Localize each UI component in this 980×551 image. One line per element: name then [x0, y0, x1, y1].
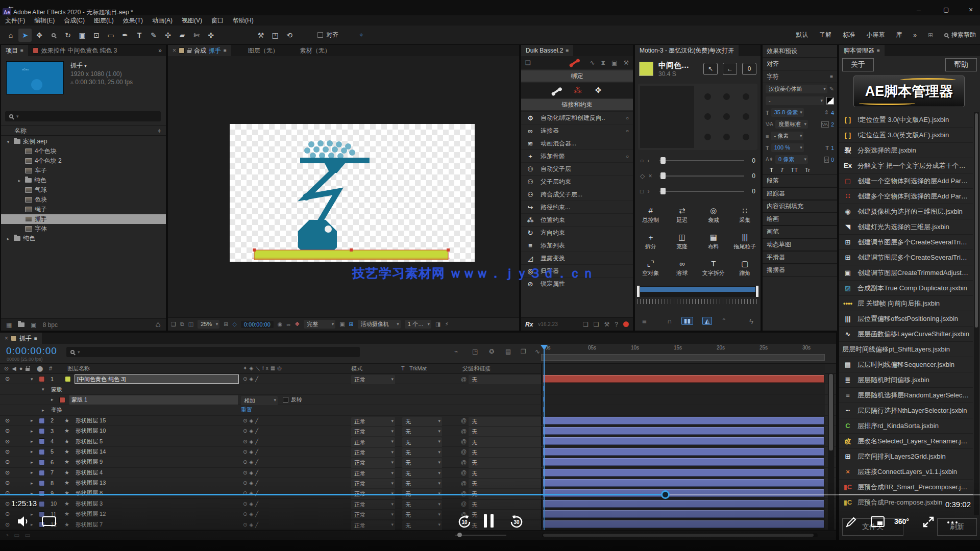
script-item[interactable]: ≡ 层层随机选择层RandomLayerSelector.jsxb	[839, 388, 973, 403]
collapsed-panel[interactable]: 跟踪器	[763, 187, 837, 200]
script-item[interactable]: C 层排序rd_KindaSorta.jsxbin	[839, 418, 973, 434]
expander-icon[interactable]: ▸	[5, 236, 11, 241]
eye-icon[interactable]: ⊙	[5, 478, 10, 488]
rotation-tool-icon[interactable]: ↻	[61, 29, 75, 42]
collapsed-panel[interactable]: 平滑器	[763, 251, 837, 264]
parent-select[interactable]: 无	[469, 479, 545, 489]
blend-mode-select[interactable]: 正常	[351, 417, 395, 427]
tool-options-icon[interactable]: ○	[626, 154, 629, 159]
menu-item[interactable]: 编辑(E)	[34, 16, 55, 25]
panel-effects-presets[interactable]: 效果和预设	[763, 45, 837, 58]
parent-select[interactable]: 无	[469, 458, 545, 468]
slider-track[interactable]	[659, 191, 744, 192]
forward-30-icon[interactable]: 30	[508, 513, 525, 531]
notes-icon[interactable]: ❏	[525, 59, 531, 66]
vertical-scale-select[interactable]: 100 %	[771, 143, 804, 152]
curve-icon[interactable]: ∩	[667, 317, 672, 325]
close-button[interactable]: ×	[969, 6, 973, 14]
faux-bold-button[interactable]: T	[770, 167, 773, 173]
duik-tool[interactable]: ⚇ 跨合成父子层...	[521, 188, 633, 201]
panel-character[interactable]: 字符≡	[763, 70, 837, 83]
layer-name[interactable]: 形状图层 14	[76, 447, 239, 457]
mask-color-chip[interactable]	[59, 397, 65, 403]
expander-icon[interactable]: ▸	[31, 436, 37, 446]
workspace-grid-icon[interactable]: ⊞	[928, 32, 933, 39]
pen-tool-icon[interactable]: ✒	[118, 29, 132, 42]
always-preview-icon[interactable]: ❑	[171, 321, 176, 328]
settings-wrench-icon[interactable]: ⚒	[604, 321, 610, 328]
eye-icon[interactable]: ⊙	[5, 499, 10, 509]
layer-duration-bar[interactable]	[543, 510, 824, 518]
layer-name[interactable]: 形状图层 9	[76, 457, 239, 467]
slider-handle[interactable]	[660, 188, 666, 194]
label-chip[interactable]	[39, 376, 45, 382]
fill-color-swatch[interactable]	[826, 97, 834, 105]
slider-value[interactable]: 0	[748, 188, 755, 195]
project-item[interactable]: 字体	[1, 224, 166, 234]
script-item[interactable]: [ ] !定位位置 3.0(中文版AE).jsxbin	[839, 112, 973, 128]
layer-name[interactable]: 形状图层 8	[76, 488, 239, 498]
graph-in-icon[interactable]: ▮▮	[681, 317, 693, 325]
eye-icon[interactable]: ⊙	[5, 488, 10, 498]
trkmat-select[interactable]: 无	[402, 427, 442, 437]
scrollbar-thumb[interactable]	[829, 374, 833, 450]
duik-tool[interactable]: ⁂ 位置约束	[521, 213, 633, 226]
layer-duration-bar[interactable]	[543, 479, 824, 487]
script-item[interactable]: ▣ 创建调节图层CreateTrimmedAdjustmentLa	[839, 265, 973, 281]
layer-switches[interactable]: ⊙◈╱	[243, 416, 260, 425]
close-tab-icon[interactable]: ×	[173, 47, 176, 54]
maximize-button[interactable]: ▢	[943, 6, 949, 13]
motion-blur-icon[interactable]: ❐	[521, 348, 526, 355]
autorig-icon[interactable]	[553, 87, 560, 94]
motion-tool-button[interactable]: ||| 拖尾粒子	[729, 229, 761, 255]
label-chip[interactable]	[39, 418, 45, 424]
script-item[interactable]: ◥ 创建灯光为选择的三维层.jsxbin	[839, 219, 973, 235]
trkmat-select[interactable]: 无	[402, 500, 442, 510]
label-chip[interactable]	[39, 428, 45, 434]
feedback-icon[interactable]: ❏	[594, 321, 599, 328]
script-item[interactable]: ▢ 创建一个空物体到选择的层Add Parente	[839, 173, 973, 189]
project-item[interactable]: 4个色块	[1, 146, 166, 156]
share-frame-icon[interactable]: ◫	[188, 321, 193, 328]
comment-icon[interactable]: ❏	[583, 321, 589, 328]
eye-icon[interactable]: ⊙	[5, 519, 10, 529]
workspace-tab[interactable]: 库	[896, 31, 902, 39]
viewer-timecode[interactable]: 0:00:00:00	[241, 321, 274, 328]
motion-tool-button[interactable]: ▦ 布料	[698, 229, 729, 255]
graph-editor-icon[interactable]: ∿	[535, 348, 540, 355]
label-chip[interactable]	[39, 501, 45, 507]
layer-switches[interactable]: ⊙◈╱	[243, 457, 260, 467]
pickwhip-icon[interactable]: @	[461, 426, 467, 436]
current-timecode[interactable]: 0:00:00:00	[6, 345, 57, 357]
danmaku-icon[interactable]	[42, 516, 57, 528]
interpret-footage-icon[interactable]: ▦	[6, 321, 12, 329]
pause-button[interactable]	[484, 514, 494, 528]
parent-select[interactable]: 无	[469, 375, 545, 385]
layer-switches[interactable]: ⊙◈╱	[243, 509, 260, 519]
panel-align[interactable]: 对齐	[763, 58, 837, 70]
layer-switches[interactable]: ⊙◈╱	[243, 488, 260, 498]
layer-name[interactable]: 形状图层 15	[76, 416, 239, 425]
duik-tool[interactable]: ≡ 添加列表	[521, 239, 633, 252]
edit-pencil-icon[interactable]	[845, 515, 858, 529]
collapsed-panel[interactable]: 画笔	[763, 226, 837, 238]
layer-duration-bar[interactable]	[543, 417, 824, 424]
script-item[interactable]: [ ] !定位位置 3.0(英文版AE).jsxbin	[839, 128, 973, 143]
primary-viewer-icon[interactable]: ⧉	[180, 321, 184, 328]
workspace-tab[interactable]: 默认	[796, 31, 808, 39]
layer-switches[interactable]: ⊙◈╱	[243, 499, 260, 509]
trkmat-select[interactable]: 无	[402, 520, 442, 530]
blend-mode-select[interactable]: 正常	[351, 375, 395, 385]
slider-track[interactable]	[659, 160, 744, 161]
expander-icon[interactable]: ▾	[42, 384, 48, 394]
pickwhip-icon[interactable]: @	[461, 488, 467, 498]
script-item[interactable]: 层层时间线偏移pt_ShiftLayers.jsxbin	[839, 342, 973, 357]
blend-mode-select[interactable]: 正常	[351, 479, 395, 489]
solid-swatch[interactable]	[65, 376, 71, 382]
collapsed-panel[interactable]: 动态草图	[763, 238, 837, 251]
pickwhip-icon[interactable]: @	[461, 468, 467, 478]
slider-icon[interactable]: ○ ‹	[640, 157, 655, 164]
show-snapshot-icon[interactable]: ∞	[286, 321, 290, 328]
collapsed-panel[interactable]: 绘画	[763, 213, 837, 226]
mask-name[interactable]: 蒙版 1	[69, 395, 238, 405]
